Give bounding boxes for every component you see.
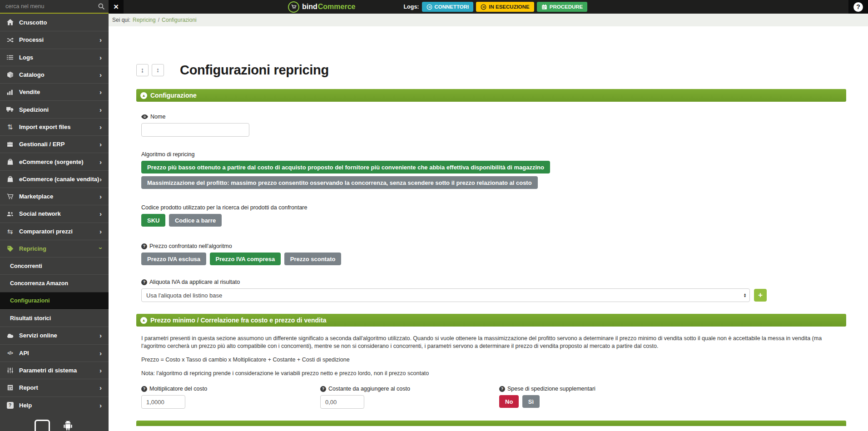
spese-option-no[interactable]: No bbox=[499, 395, 519, 408]
codice-option-codice-a-barre[interactable]: Codice a barre bbox=[169, 214, 222, 227]
question-circle-icon: ? bbox=[320, 386, 326, 392]
sidebar-item-parametri-di-sistema[interactable]: Parametri di sistema › bbox=[0, 362, 109, 379]
sidebar-item-social-network[interactable]: Social network › bbox=[0, 205, 109, 222]
chevron-right-icon: › bbox=[99, 106, 103, 114]
logo-text-commerce: Commerce bbox=[318, 3, 356, 11]
moltiplicatore-input[interactable] bbox=[141, 395, 185, 409]
question-circle-icon: ? bbox=[141, 243, 147, 249]
section-description: I parametri presenti in questa sezione a… bbox=[141, 335, 846, 350]
sidebar-item-logs[interactable]: Logs › bbox=[0, 49, 109, 66]
costante-input[interactable] bbox=[320, 395, 364, 409]
compress-vertical-icon: ↨ bbox=[141, 66, 144, 74]
code-icon: </> bbox=[6, 351, 14, 356]
sidebar-item-catalogo[interactable]: Catalogo › bbox=[0, 66, 109, 83]
bar-chart-icon bbox=[6, 89, 14, 95]
sidebar-item-servizi-online[interactable]: Servizi online › bbox=[0, 327, 109, 344]
sidebar: Cruscotto Processi › Logs › Catalogo › V… bbox=[0, 0, 109, 431]
sidebar-item-report[interactable]: Report › bbox=[0, 379, 109, 396]
mobile-phone-icon[interactable] bbox=[35, 420, 50, 431]
question-circle-icon: ? bbox=[141, 279, 147, 285]
prezzo-confrontato-label: ? Prezzo confrontato nell'algoritmo bbox=[141, 243, 846, 249]
sidebar-item-api[interactable]: </> API › bbox=[0, 344, 109, 362]
report-icon bbox=[6, 385, 14, 391]
help-icon: ? bbox=[853, 2, 863, 12]
aliquota-selected-value: Usa l'aliquota del listino base bbox=[146, 292, 744, 299]
next-section-header-partial[interactable] bbox=[136, 421, 846, 426]
circle-arrow-icon bbox=[427, 4, 432, 10]
chevron-right-icon: › bbox=[99, 140, 103, 148]
aliquota-group: ? Aliquota IVA da applicare al risultato… bbox=[141, 279, 846, 302]
sidebar-item-risultati-storici[interactable]: Risultati storici bbox=[0, 309, 109, 327]
bindcommerce-logo[interactable]: bindCommerce bbox=[288, 1, 355, 13]
briefcase-icon bbox=[6, 141, 14, 147]
shuffle-icon bbox=[6, 38, 14, 43]
logs-in-esecuzione-button[interactable]: IN ESECUZIONE bbox=[476, 2, 534, 12]
section-header-configurazione[interactable]: ▴ Configurazione bbox=[136, 89, 846, 102]
sidebar-item-configurazioni[interactable]: Configurazioni bbox=[0, 292, 109, 309]
algoritmo-group: Algoritmo di repricing Prezzo più basso … bbox=[141, 151, 846, 189]
logs-connettori-button[interactable]: CONNETTORI bbox=[422, 2, 474, 12]
breadcrumb-separator: / bbox=[158, 17, 159, 23]
help-button[interactable]: ? bbox=[848, 0, 868, 14]
sidebar-item-marketplace[interactable]: Marketplace › bbox=[0, 188, 109, 205]
codice-option-sku[interactable]: SKU bbox=[141, 214, 165, 227]
breadcrumb-link-configurazioni[interactable]: Configurazioni bbox=[162, 17, 197, 23]
algoritmo-option-prezzo-piu-basso[interactable]: Prezzo più basso ottenuto a partire dal … bbox=[141, 161, 550, 173]
section-body-configurazione: Nome Algoritmo di repricing Prezzo più b… bbox=[136, 102, 846, 314]
expand-sections-button[interactable]: ↕ bbox=[152, 64, 164, 76]
circle-arrow-icon bbox=[481, 4, 486, 10]
android-icon[interactable] bbox=[62, 420, 74, 431]
select-stepper-icon: ▴▾ bbox=[744, 293, 746, 297]
sidebar-item-ecommerce-sorgente[interactable]: eCommerce (sorgente) › bbox=[0, 153, 109, 170]
chevron-right-icon: › bbox=[99, 36, 103, 44]
sidebar-item-comparatori-prezzi[interactable]: ⇆ Comparatori prezzi › bbox=[0, 223, 109, 240]
nome-label: Nome bbox=[141, 114, 846, 120]
nome-group: Nome bbox=[141, 114, 846, 137]
page-title: Configurazioni repricing bbox=[180, 63, 329, 78]
section-header-prezzo-minimo[interactable]: ▴ Prezzo minimo / Correlazione fra costo… bbox=[136, 314, 846, 327]
up-down-arrows-icon: ⇅ bbox=[6, 124, 14, 130]
codice-label: Codice prodotto utilizzato per la ricerc… bbox=[141, 204, 846, 211]
logs-procedure-button[interactable]: PROCEDURE bbox=[537, 2, 587, 12]
chevron-down-icon: › bbox=[97, 247, 105, 250]
sidebar-item-ecommerce-canale[interactable]: eCommerce (canale vendita) › bbox=[0, 170, 109, 188]
prezzo-option-scontato[interactable]: Prezzo scontato bbox=[284, 253, 342, 265]
cube-icon bbox=[6, 71, 14, 78]
sidebar-item-concorrenza-amazon[interactable]: Concorrenza Amazon bbox=[0, 274, 109, 292]
section-title: Configurazione bbox=[150, 92, 197, 99]
costante-group: ? Costante da aggiungere al costo bbox=[320, 386, 499, 409]
collapse-sections-button[interactable]: ↨ bbox=[136, 64, 149, 76]
chevron-right-icon: › bbox=[99, 401, 103, 409]
costante-label: ? Costante da aggiungere al costo bbox=[320, 386, 499, 392]
chevron-right-icon: › bbox=[99, 367, 103, 374]
nome-input[interactable] bbox=[141, 123, 249, 137]
close-menu-button[interactable]: × bbox=[109, 0, 124, 14]
logs-label: Logs: bbox=[403, 4, 419, 10]
search-icon[interactable] bbox=[98, 3, 105, 10]
algoritmo-option-massimizzazione[interactable]: Massimizzazione del profitto: massimo pr… bbox=[141, 176, 538, 189]
sidebar-item-import-export[interactable]: ⇅ Import export files › bbox=[0, 118, 109, 135]
sidebar-item-repricing[interactable]: Repricing › bbox=[0, 240, 109, 257]
breadcrumb-link-repricing[interactable]: Repricing bbox=[133, 17, 156, 23]
aliquota-select[interactable]: Usa l'aliquota del listino base ▴▾ bbox=[141, 288, 750, 302]
sidebar-item-processi[interactable]: Processi › bbox=[0, 31, 109, 48]
add-aliquota-button[interactable]: + bbox=[754, 289, 767, 302]
collapse-circle-icon: ▴ bbox=[140, 317, 147, 324]
chevron-right-icon: › bbox=[99, 123, 103, 131]
price-formula: Prezzo = Costo x Tasso di cambio x Molti… bbox=[141, 357, 846, 363]
sidebar-item-gestionali-erp[interactable]: Gestionali / ERP › bbox=[0, 135, 109, 153]
spese-label: ? Spese di spedizione supplementari bbox=[499, 386, 846, 392]
menu-search-input[interactable] bbox=[5, 3, 98, 10]
prezzo-option-iva-esclusa[interactable]: Prezzo IVA esclusa bbox=[141, 253, 206, 265]
sidebar-item-concorrenti[interactable]: Concorrenti bbox=[0, 257, 109, 274]
chevron-right-icon: › bbox=[99, 88, 103, 96]
tag-icon bbox=[6, 245, 14, 252]
aliquota-label: ? Aliquota IVA da applicare al risultato bbox=[141, 279, 846, 285]
sidebar-item-vendite[interactable]: Vendite › bbox=[0, 83, 109, 100]
sidebar-item-help[interactable]: ? Help › bbox=[0, 396, 109, 414]
sidebar-item-spedizioni[interactable]: Spedizioni › bbox=[0, 100, 109, 118]
prezzo-option-iva-compresa[interactable]: Prezzo IVA compresa bbox=[210, 253, 281, 265]
sidebar-item-cruscotto[interactable]: Cruscotto bbox=[0, 14, 109, 31]
calendar-icon bbox=[541, 4, 547, 10]
spese-option-si[interactable]: Sì bbox=[522, 395, 540, 408]
